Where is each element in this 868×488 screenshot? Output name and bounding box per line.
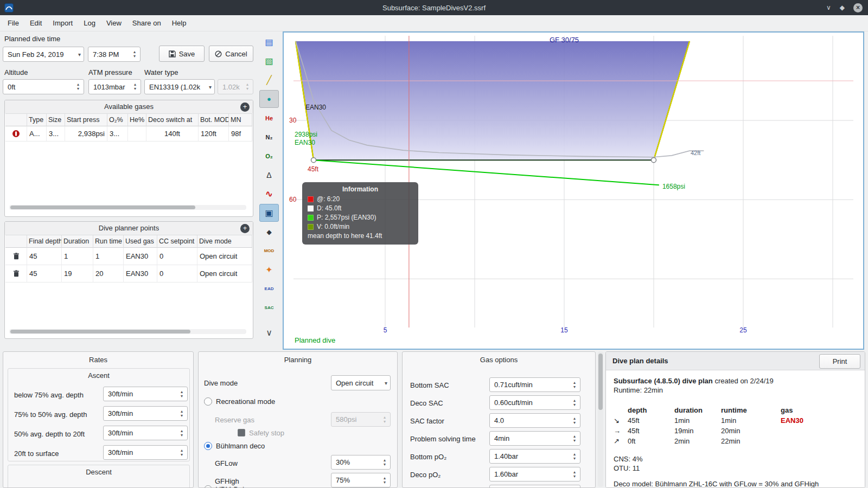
titlebar[interactable]: Subsurface: SampleDivesV2.ssrf ∨ ◆ × (0, 0, 868, 15)
ascent-rate-spinner-4[interactable]: 30ft/min▴▾ (103, 445, 188, 460)
gases-hscrollbar[interactable] (9, 205, 246, 210)
ead-icon[interactable]: EAD (259, 280, 279, 298)
available-gases-title: Available gases (5, 100, 253, 113)
add-point-button[interactable]: + (240, 224, 250, 233)
mod-icon[interactable]: MOD (259, 242, 279, 260)
bottom-sac-spinner[interactable]: 0.71cuft/min▴▾ (489, 377, 580, 392)
menubar: File Edit Import Log View Share on Help (0, 15, 868, 31)
point-mode-cell[interactable]: Open circuit (197, 265, 252, 282)
dive-profile-panel[interactable]: 306051525GF 30/75EAN302938psiEAN3045ft16… (283, 31, 864, 350)
dive-time-spinner[interactable]: 7:38 PM▴▾ (88, 47, 141, 62)
delete-icon[interactable] (5, 248, 27, 265)
points-hscrollbar[interactable] (9, 329, 246, 334)
cylinder-icon[interactable] (5, 126, 27, 142)
point-runtime-cell[interactable]: 20 (93, 265, 124, 282)
chevron-down-icon: ▾ (78, 52, 81, 57)
point-depth-cell[interactable]: 45 (27, 248, 62, 265)
gas-he-cell[interactable] (128, 126, 146, 142)
menu-file[interactable]: File (2, 15, 24, 31)
gas-type-cell[interactable]: A... (27, 126, 47, 142)
svg-text:EAN30: EAN30 (305, 104, 326, 111)
point-runtime-cell[interactable]: 1 (93, 248, 124, 265)
atm-pressure-spinner[interactable]: 1013mbar▴▾ (88, 79, 141, 94)
problem-time-spinner[interactable]: 4min▴▾ (489, 431, 580, 446)
tissues-icon[interactable]: Δ (259, 166, 279, 184)
recreational-mode-radio[interactable]: Recreational mode (204, 397, 275, 406)
gas-o2-cell[interactable]: 3... (107, 126, 128, 142)
ruler-icon[interactable]: ╱ (259, 71, 279, 89)
events-icon[interactable]: ▧ (259, 52, 279, 70)
water-type-select[interactable]: EN13319 (1.02k▾ (144, 79, 215, 94)
cancel-button[interactable]: Cancel (209, 46, 253, 62)
point-mode-cell[interactable]: Open circuit (197, 248, 252, 265)
gfhigh-label: GFHigh (215, 477, 239, 485)
point-gas-cell[interactable]: EAN30 (124, 265, 157, 282)
gas-option-label: Deco pO₂ (410, 471, 441, 479)
dive-plan-details-title: Dive plan details (612, 357, 668, 365)
gas-botmod-cell[interactable]: 120ft (199, 126, 229, 142)
descent-label: Descent (8, 465, 189, 476)
delete-icon[interactable] (5, 265, 27, 282)
point-depth-cell[interactable]: 45 (27, 265, 62, 282)
menu-import[interactable]: Import (47, 15, 78, 31)
details-vscrollbar[interactable] (598, 351, 603, 487)
photos-icon[interactable]: ▣ (259, 204, 279, 222)
point-setpoint-cell[interactable]: 0 (157, 265, 197, 282)
diver-icon[interactable]: ✦ (259, 261, 279, 279)
n2-graph-icon[interactable]: N₂ (259, 128, 279, 146)
he-graph-icon[interactable]: He (259, 109, 279, 127)
svg-text:Planned dive: Planned dive (295, 336, 335, 344)
gas-decoswitch-cell[interactable]: 140ft (146, 126, 199, 142)
ascent-rate-spinner-2[interactable]: 30ft/min▴▾ (103, 406, 188, 421)
plot-settings-icon[interactable]: ▤ (259, 33, 279, 51)
menu-view[interactable]: View (101, 15, 127, 31)
altitude-spinner[interactable]: 0ft▴▾ (3, 79, 84, 94)
ascent-rate-spinner-3[interactable]: 30ft/min▴▾ (103, 426, 188, 440)
dive-mode-select[interactable]: Open circuit▾ (331, 375, 391, 390)
scroll-down-icon[interactable]: ∨ (259, 324, 279, 342)
descent-box: Descent (8, 465, 190, 488)
gas-drop-icon[interactable]: ◆ (259, 223, 279, 241)
point-duration-cell[interactable]: 19 (62, 265, 93, 282)
gflow-spinner[interactable]: 30%▴▾ (331, 455, 391, 470)
add-gas-button[interactable]: + (240, 102, 250, 112)
profile-tooltip: Information @: 6:20D: 45.0ftP: 2,557psi … (302, 182, 418, 245)
profile-toolbar: ▤ ▧ ╱ ● He N₂ O₂ Δ ∿ ▣ ◆ MOD ✦ EAD SAC ∨ (257, 33, 281, 342)
heart-rate-icon[interactable]: ∿ (259, 185, 279, 203)
point-duration-cell[interactable]: 1 (62, 248, 93, 265)
sac-factor-spinner[interactable]: 4.0▴▾ (489, 413, 580, 428)
point-gas-cell[interactable]: EAN30 (124, 248, 157, 265)
tank-pressure-icon[interactable]: ● (259, 90, 279, 108)
point-setpoint-cell[interactable]: 0 (157, 248, 197, 265)
close-icon[interactable]: × (853, 3, 863, 12)
print-button[interactable]: Print (819, 354, 860, 369)
menu-help[interactable]: Help (167, 15, 192, 31)
svg-text:45ft: 45ft (308, 165, 319, 173)
buhlmann-deco-radio[interactable]: Bühlmann deco (204, 442, 265, 450)
gas-startpress-cell[interactable]: 2,938psi (65, 126, 107, 142)
available-gases-box: Available gases + Type Size Start press … (4, 100, 253, 217)
vpmb-deco-radio[interactable]: VPM-B deco (204, 485, 256, 488)
best-mix-end-spinner[interactable]: 98ft▴▾ (489, 485, 580, 488)
deco-po2-spinner[interactable]: 1.60bar▴▾ (489, 467, 580, 481)
save-button[interactable]: Save (159, 46, 205, 62)
segment-arrow-icon: ↗ (614, 437, 628, 445)
deco-sac-spinner[interactable]: 0.60cuft/min▴▾ (489, 395, 580, 410)
menu-share-on[interactable]: Share on (127, 15, 167, 31)
gfhigh-spinner[interactable]: 75%▴▾ (331, 473, 391, 487)
svg-text:5: 5 (384, 326, 387, 334)
dive-plan-details-panel: Dive plan details Print Subsurface (4.8.… (605, 351, 865, 488)
bottom-po2-spinner[interactable]: 1.40bar▴▾ (489, 449, 580, 464)
o2-graph-icon[interactable]: O₂ (259, 147, 279, 165)
dive-date-select[interactable]: Sun Feb 24, 2019▾ (3, 47, 84, 62)
menu-log[interactable]: Log (78, 15, 101, 31)
gas-size-cell[interactable]: 3... (47, 126, 65, 142)
tooltip-swatch-icon (308, 196, 314, 202)
gas-mnd-cell[interactable]: 98f (229, 126, 252, 142)
maximize-icon[interactable]: ◆ (840, 4, 845, 11)
menu-edit[interactable]: Edit (24, 15, 47, 31)
gas-option-label: Deco SAC (410, 399, 443, 407)
sac-icon[interactable]: SAC (259, 299, 279, 317)
ascent-rate-spinner-1[interactable]: 30ft/min▴▾ (103, 387, 188, 401)
shade-icon[interactable]: ∨ (826, 4, 831, 11)
